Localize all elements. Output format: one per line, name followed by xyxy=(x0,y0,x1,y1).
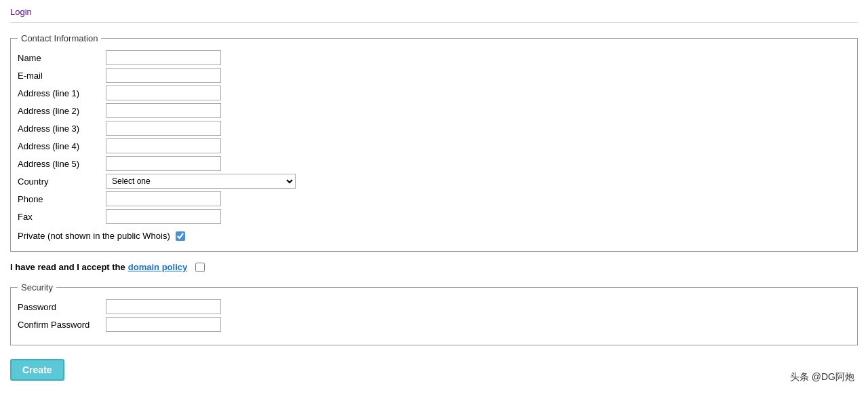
address3-row: Address (line 3) xyxy=(18,121,847,136)
email-row: E-mail xyxy=(18,68,847,83)
policy-checkbox[interactable] xyxy=(195,263,205,272)
password-label: Password xyxy=(18,302,106,312)
confirm-password-input[interactable] xyxy=(106,317,221,332)
fax-row: Fax xyxy=(18,209,847,224)
phone-row: Phone xyxy=(18,191,847,206)
address2-label: Address (line 2) xyxy=(18,106,106,116)
country-label: Country xyxy=(18,176,106,187)
private-row: Private (not shown in the public Whois) xyxy=(18,231,847,241)
login-link[interactable]: Login xyxy=(10,7,32,17)
password-row: Password xyxy=(18,299,847,314)
country-select[interactable]: Select one United States China United Ki… xyxy=(106,174,296,189)
policy-text-before: I have read and I accept the xyxy=(10,262,125,272)
confirm-password-row: Confirm Password xyxy=(18,317,847,332)
password-input[interactable] xyxy=(106,299,221,314)
address2-row: Address (line 2) xyxy=(18,103,847,118)
address5-input[interactable] xyxy=(106,156,221,171)
contact-information-section: Contact Information Name E-mail Address … xyxy=(10,33,858,252)
address1-label: Address (line 1) xyxy=(18,88,106,98)
header-divider xyxy=(10,22,858,23)
confirm-password-label: Confirm Password xyxy=(18,320,106,330)
security-section: Security Password Confirm Password xyxy=(10,282,858,345)
policy-row: I have read and I accept the domain poli… xyxy=(10,262,858,272)
address1-input[interactable] xyxy=(106,86,221,100)
name-label: Name xyxy=(18,53,106,63)
email-input[interactable] xyxy=(106,68,221,83)
address5-row: Address (line 5) xyxy=(18,156,847,171)
name-row: Name xyxy=(18,50,847,65)
create-button[interactable]: Create xyxy=(10,359,64,381)
address1-row: Address (line 1) xyxy=(18,86,847,100)
address3-label: Address (line 3) xyxy=(18,124,106,134)
country-row: Country Select one United States China U… xyxy=(18,174,847,189)
watermark: 头条 @DG阿炮 xyxy=(790,371,854,383)
phone-input[interactable] xyxy=(106,191,221,206)
domain-policy-link[interactable]: domain policy xyxy=(128,262,187,272)
address4-input[interactable] xyxy=(106,138,221,153)
address4-row: Address (line 4) xyxy=(18,138,847,153)
fax-input[interactable] xyxy=(106,209,221,224)
private-label: Private (not shown in the public Whois) xyxy=(18,231,170,241)
security-legend: Security xyxy=(18,282,56,292)
email-label: E-mail xyxy=(18,71,106,81)
fax-label: Fax xyxy=(18,212,106,222)
phone-label: Phone xyxy=(18,194,106,204)
address2-input[interactable] xyxy=(106,103,221,118)
address5-label: Address (line 5) xyxy=(18,159,106,169)
address4-label: Address (line 4) xyxy=(18,141,106,151)
address3-input[interactable] xyxy=(106,121,221,136)
name-input[interactable] xyxy=(106,50,221,65)
private-checkbox[interactable] xyxy=(176,231,185,241)
contact-information-legend: Contact Information xyxy=(18,33,101,43)
